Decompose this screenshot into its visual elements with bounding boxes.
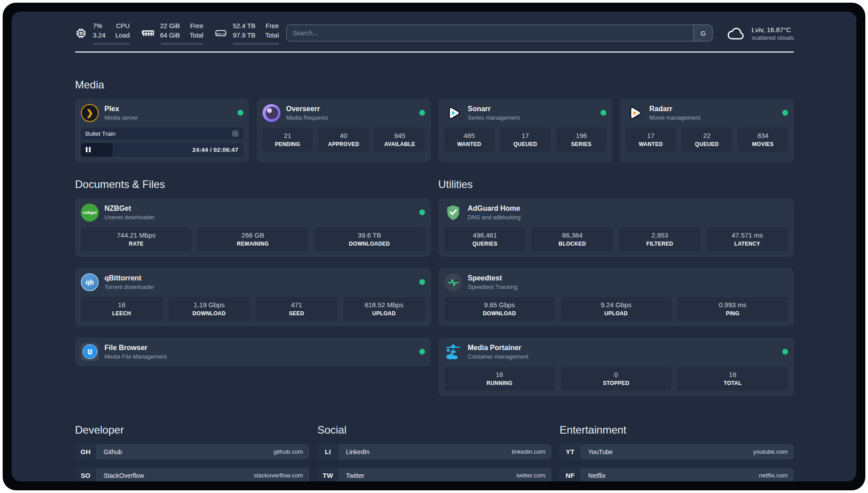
stat-value: 39.6 TB bbox=[316, 231, 423, 239]
stat-label: MOVIES bbox=[739, 141, 786, 147]
app-card-plex[interactable]: ❯ Plex Media server Bullet Train 24:44 /… bbox=[75, 99, 249, 162]
metric-progress-track bbox=[160, 43, 204, 45]
app-subtitle: Media File Management bbox=[104, 353, 167, 360]
link-url: twitter.com bbox=[517, 472, 546, 479]
card-header: Speedtest Speedtest Tracking bbox=[444, 273, 789, 291]
stat-value: 498,461 bbox=[446, 231, 524, 239]
link-url: linkedin.com bbox=[512, 448, 545, 455]
search-bar[interactable]: G bbox=[286, 25, 713, 42]
search-input[interactable] bbox=[287, 25, 694, 41]
camera-icon bbox=[232, 130, 239, 137]
documents-column: Documents & Files nzbget NZBGet Usenet d… bbox=[75, 178, 431, 396]
link-tag: YT bbox=[559, 443, 580, 461]
link-linkedin[interactable]: LI LinkedIn linkedin.com bbox=[317, 443, 552, 461]
link-stackoverflow[interactable]: SO StackOverflow stackoverflow.com bbox=[75, 467, 309, 482]
stat-value: 47.571 ms bbox=[708, 231, 786, 239]
stat-value: 9.24 Gbps bbox=[563, 301, 670, 309]
card-header: Media Portainer Container management bbox=[444, 343, 789, 361]
stat-value: 266 GB bbox=[199, 231, 306, 239]
link-name: Netflix bbox=[588, 472, 605, 479]
cpu-icon bbox=[75, 27, 87, 39]
link-youtube[interactable]: YT YouTube youtube.com bbox=[559, 443, 794, 461]
stat-value: 9.65 Gbps bbox=[446, 301, 553, 309]
window-frame: 7%3.24 CPULoad 22 GiB64 GiB FreeTotal 52… bbox=[3, 3, 865, 490]
stat-series: 196 SERIES bbox=[556, 128, 607, 152]
stat-download: 1.19 Gbps DOWNLOAD bbox=[168, 297, 250, 321]
utilities-card-list: AdGuard Home DNS and adblocking 498,461 … bbox=[438, 198, 794, 396]
app-card-qbittorrent[interactable]: qb qBittorrent Torrent downloader 16 LEE… bbox=[75, 268, 431, 326]
link-name: YouTube bbox=[588, 448, 613, 455]
app-card-radarr[interactable]: Radarr Movie management 17 WANTED 22 QUE… bbox=[620, 99, 794, 162]
app-name: Overseerr bbox=[286, 105, 328, 113]
stat-label: RUNNING bbox=[446, 380, 553, 386]
link-name: Twitter bbox=[346, 472, 364, 479]
stat-download: 9.65 Gbps DOWNLOAD bbox=[444, 297, 555, 321]
metric-labels: CPULoad bbox=[115, 21, 129, 40]
utilities-column: Utilities AdGuard Home DNS and adblockin… bbox=[438, 178, 794, 396]
card-header: AdGuard Home DNS and adblocking bbox=[444, 204, 789, 221]
stat-label: PENDING bbox=[264, 141, 311, 147]
link-twitter[interactable]: TW Twitter twitter.com bbox=[317, 467, 552, 482]
status-online-dot bbox=[238, 110, 243, 116]
section-title-documents: Documents & Files bbox=[75, 178, 431, 191]
metric-progress-track bbox=[233, 43, 279, 45]
metric-ram: 22 GiB64 GiB FreeTotal bbox=[142, 21, 204, 45]
stat-label: WANTED bbox=[627, 141, 674, 147]
stat-value: 2,953 bbox=[621, 231, 699, 239]
app-card-speedtest[interactable]: Speedtest Speedtest Tracking 9.65 Gbps D… bbox=[438, 268, 794, 326]
stat-label: DOWNLOADED bbox=[316, 241, 423, 247]
app-name: Plex bbox=[104, 105, 138, 113]
ram-icon bbox=[142, 29, 154, 37]
stat-value: 0 bbox=[563, 371, 670, 378]
stat-label: QUERIES bbox=[446, 241, 524, 247]
stat-label: QUEUED bbox=[684, 141, 730, 147]
search-engine-button[interactable]: G bbox=[693, 25, 712, 41]
stat-value: 744.21 Mbps bbox=[83, 231, 190, 239]
app-name: NZBGet bbox=[104, 205, 154, 213]
app-card-overseerr[interactable]: Overseerr Media Requests 21 PENDING 40 A… bbox=[257, 99, 431, 162]
sonarr-icon bbox=[444, 104, 462, 122]
metric-progress-track bbox=[93, 43, 130, 45]
app-name: File Browser bbox=[104, 344, 167, 352]
stats-row: 17 WANTED 22 QUEUED 834 MOVIES bbox=[626, 128, 788, 152]
app-name: Sonarr bbox=[468, 105, 520, 113]
now-playing-progress-row: 24:44 / 02:06:47 bbox=[81, 143, 243, 157]
link-github[interactable]: GH Github github.com bbox=[75, 443, 309, 461]
stat-upload: 9.24 Gbps UPLOAD bbox=[561, 297, 672, 321]
stat-queries: 498,461 QUERIES bbox=[444, 227, 526, 251]
overseerr-icon bbox=[263, 104, 280, 122]
radarr-icon bbox=[626, 104, 643, 122]
status-online-dot bbox=[782, 110, 788, 116]
link-netflix[interactable]: NF Netflix netflix.com bbox=[559, 467, 794, 482]
status-online-dot bbox=[419, 209, 425, 215]
metric-values: 52.4 TB97.9 TB bbox=[233, 21, 255, 40]
stat-value: 17 bbox=[502, 132, 549, 139]
card-header: Overseerr Media Requests bbox=[263, 104, 425, 122]
status-online-dot bbox=[782, 349, 788, 355]
stat-value: 618.52 Mbps bbox=[345, 301, 423, 309]
link-section-social: Social LI LinkedIn linkedin.com TW Twitt… bbox=[317, 424, 552, 482]
stat-value: 0.993 ms bbox=[679, 301, 786, 309]
stat-total: 16 TOTAL bbox=[677, 367, 788, 391]
app-card-sonarr[interactable]: Sonarr Series management 485 WANTED 17 Q… bbox=[438, 99, 613, 162]
section-title-utilities: Utilities bbox=[438, 178, 794, 191]
stat-value: 86,384 bbox=[533, 231, 611, 239]
app-card-media-portainer[interactable]: Media Portainer Container management 16 … bbox=[438, 338, 794, 396]
app-card-file-browser[interactable]: File Browser Media File Management bbox=[75, 338, 431, 366]
card-header: ❯ Plex Media server bbox=[81, 104, 243, 122]
app-name: Speedtest bbox=[468, 274, 517, 282]
cloud-icon bbox=[726, 26, 746, 41]
app-subtitle: Media server bbox=[104, 114, 138, 121]
stat-label: STOPPED bbox=[563, 380, 670, 386]
app-card-nzbget[interactable]: nzbget NZBGet Usenet downloader 744.21 M… bbox=[75, 198, 431, 257]
documents-card-list: nzbget NZBGet Usenet downloader 744.21 M… bbox=[75, 198, 431, 366]
stat-value: 196 bbox=[558, 132, 605, 139]
app-subtitle: Movie management bbox=[649, 114, 700, 121]
app-card-adguard-home[interactable]: AdGuard Home DNS and adblocking 498,461 … bbox=[438, 198, 794, 257]
stat-label: LEECH bbox=[83, 310, 161, 317]
pause-button[interactable] bbox=[86, 147, 91, 152]
stat-pending: 21 PENDING bbox=[263, 128, 313, 152]
portainer-icon bbox=[444, 343, 462, 361]
topbar: 7%3.24 CPULoad 22 GiB64 GiB FreeTotal 52… bbox=[75, 21, 794, 46]
stats-row: 498,461 QUERIES 86,384 BLOCKED 2,953 FIL… bbox=[444, 227, 789, 251]
